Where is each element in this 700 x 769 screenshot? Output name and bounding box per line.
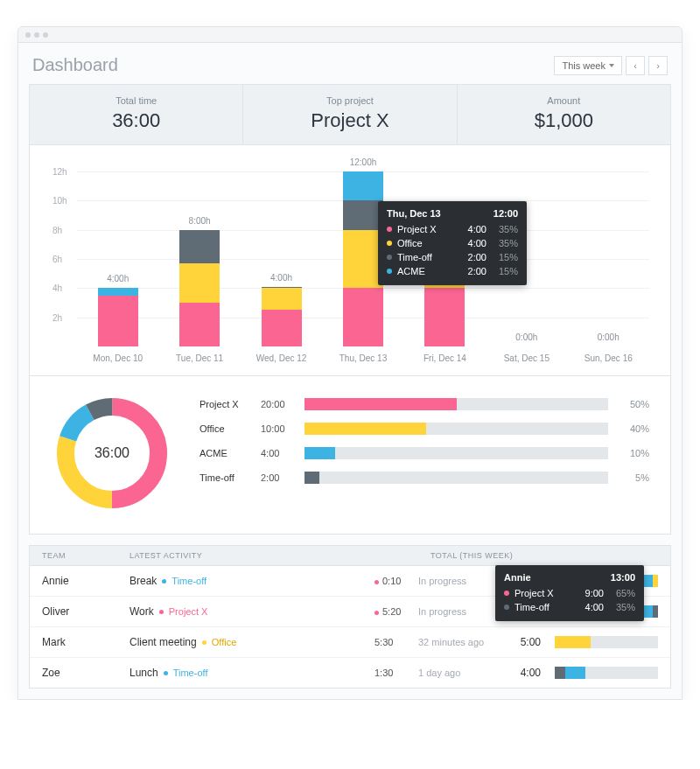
- breakdown-row: Time-off 2:00 5%: [200, 465, 649, 490]
- app-window: Dashboard This week ‹ › Total time 36:00…: [18, 26, 682, 700]
- chevron-down-icon: [609, 64, 614, 67]
- next-button[interactable]: ›: [648, 56, 668, 75]
- team-row[interactable]: Mark Client meeting Office 5:30 32 minut…: [30, 627, 670, 658]
- x-axis-label: Wed, Dec 12: [241, 353, 322, 363]
- breakdown-row: Project X 20:00 50%: [200, 392, 649, 416]
- team-bar: [555, 636, 658, 648]
- summary-value: $1,000: [458, 109, 670, 132]
- summary-cell: Amount $1,000: [457, 85, 670, 144]
- x-axis-label: Sun, Dec 16: [568, 353, 649, 363]
- bar-column[interactable]: 0:00h: [568, 171, 649, 346]
- bar-column[interactable]: 4:00h: [241, 171, 322, 346]
- summary-cell: Top project Project X: [242, 85, 456, 144]
- donut-chart: 36:00: [51, 392, 173, 514]
- breakdown-row: ACME 4:00 10%: [200, 441, 649, 465]
- team-row[interactable]: Zoe Lunch Time-off 1:30 1 day ago 4:00: [30, 658, 670, 688]
- breakdown-table: Project X 20:00 50% Office 10:00 40% ACM…: [200, 392, 649, 514]
- summary-label: Amount: [458, 95, 670, 106]
- summary-value: 36:00: [30, 109, 242, 132]
- bar-column[interactable]: 4:00h: [77, 171, 158, 346]
- breakdown-row: Office 10:00 40%: [200, 416, 649, 441]
- summary-cell: Total time 36:00: [30, 85, 242, 144]
- team-tooltip: Annie 13:00 Project X9:0065%Time-off4:00…: [495, 565, 644, 621]
- x-axis-label: Mon, Dec 10: [77, 353, 158, 363]
- window-titlebar: [18, 27, 682, 43]
- x-axis-label: Fri, Dec 14: [404, 353, 486, 363]
- summary-label: Top project: [243, 95, 456, 106]
- x-axis-label: Sat, Dec 15: [486, 353, 567, 363]
- page-title: Dashboard: [32, 55, 118, 75]
- range-selector[interactable]: This week: [554, 56, 622, 75]
- summary-label: Total time: [30, 95, 242, 106]
- prev-button[interactable]: ‹: [626, 56, 645, 75]
- team-bar: [555, 667, 658, 679]
- summary-value: Project X: [243, 109, 456, 132]
- weekly-bar-chart: 12h 10h 8h 6h 4h 2h 4:00h 8:00h 4:00h: [77, 171, 649, 346]
- chart-tooltip: Thu, Dec 13 12:00 Project X4:0035%Office…: [378, 201, 527, 285]
- team-panel: Team Latest Activity Total (this week) A…: [29, 545, 671, 689]
- bar-column[interactable]: 8:00h: [158, 171, 240, 346]
- x-axis-label: Tue, Dec 11: [158, 353, 240, 363]
- x-axis-label: Thu, Dec 13: [322, 353, 403, 363]
